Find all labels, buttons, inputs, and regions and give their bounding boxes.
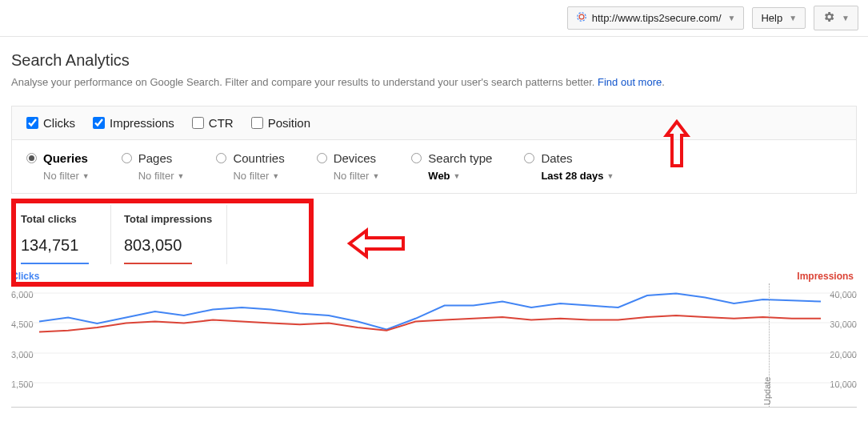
metric-ctr-checkbox[interactable]: [192, 117, 204, 129]
update-label: Update: [762, 377, 772, 405]
metric-impressions[interactable]: Impressions: [93, 116, 174, 130]
filter-countries[interactable]: No filter ▼: [233, 170, 284, 182]
gear-icon: [822, 10, 835, 26]
main-content: Search Analytics Analyse your performanc…: [0, 37, 868, 408]
chevron-down-icon: ▼: [272, 172, 279, 180]
metric-impressions-checkbox[interactable]: [93, 117, 105, 129]
radio-queries[interactable]: [26, 153, 37, 163]
chart-right-label: Impressions: [797, 271, 854, 282]
filter-queries[interactable]: No filter ▼: [43, 170, 90, 182]
chevron-down-icon: ▼: [728, 14, 736, 22]
total-impressions-card: Total impressions 803,050: [111, 205, 227, 264]
chevron-down-icon: ▼: [372, 172, 379, 180]
annotation-arrow-up-icon: [657, 118, 697, 176]
dimension-search-type: Search type Web ▼: [411, 151, 492, 182]
chevron-down-icon: ▼: [842, 14, 850, 22]
dimension-devices: Devices No filter ▼: [317, 151, 380, 182]
metric-clicks-checkbox[interactable]: [26, 117, 38, 129]
clicks-underline: [21, 263, 89, 264]
svg-point-1: [577, 13, 586, 22]
radio-dates[interactable]: [524, 153, 534, 163]
metric-clicks[interactable]: Clicks: [26, 116, 75, 130]
totals-section: Total clicks 134,751 Total impressions 8…: [11, 194, 857, 269]
site-dropdown[interactable]: http://www.tips2secure.com/ ▼: [567, 6, 745, 30]
chart-area: 6,000 4,500 3,000 1,500 40,000 30,000 20…: [11, 283, 857, 408]
filter-search-type[interactable]: Web ▼: [428, 170, 492, 182]
topbar: http://www.tips2secure.com/ ▼ Help ▼ ▼: [0, 0, 868, 37]
total-clicks-card: Total clicks 134,751: [11, 205, 111, 264]
filter-devices[interactable]: No filter ▼: [334, 170, 380, 182]
annotation-arrow-left-icon: [346, 226, 410, 263]
radio-pages[interactable]: [122, 153, 132, 163]
page-title: Search Analytics: [11, 51, 857, 70]
impressions-underline: [124, 263, 192, 264]
help-label: Help: [761, 12, 782, 24]
metric-position[interactable]: Position: [251, 116, 310, 130]
chart-header: Clicks Impressions: [11, 269, 857, 283]
dimension-pages: Pages No filter ▼: [122, 151, 185, 182]
metric-ctr[interactable]: CTR: [192, 116, 234, 130]
radio-devices[interactable]: [317, 153, 327, 163]
help-button[interactable]: Help ▼: [752, 7, 806, 29]
filter-pages[interactable]: No filter ▼: [138, 170, 185, 182]
chevron-down-icon: ▼: [606, 172, 614, 180]
site-url: http://www.tips2secure.com/: [592, 12, 722, 24]
total-impressions-label: Total impressions: [124, 213, 212, 225]
total-clicks-label: Total clicks: [21, 213, 96, 225]
chevron-down-icon: ▼: [454, 172, 461, 180]
total-impressions-value: 803,050: [124, 236, 212, 255]
chevron-down-icon: ▼: [789, 14, 797, 22]
chart-left-label: Clicks: [11, 271, 39, 282]
radio-search-type[interactable]: [411, 153, 422, 163]
dimension-queries: Queries No filter ▼: [26, 151, 90, 182]
dimensions-row: Queries No filter ▼ Pages No filter ▼ Co…: [12, 140, 856, 193]
chevron-down-icon: ▼: [178, 172, 185, 180]
chart-svg: [11, 283, 857, 408]
svg-point-0: [579, 14, 584, 19]
globe-icon: [576, 11, 587, 25]
dimension-countries: Countries No filter ▼: [216, 151, 284, 182]
dimension-dates: Dates Last 28 days ▼: [524, 151, 614, 182]
filters-panel: Clicks Impressions CTR Position Queries …: [11, 106, 857, 194]
metrics-row: Clicks Impressions CTR Position: [12, 106, 856, 140]
find-out-more-link[interactable]: Find out more: [598, 76, 662, 88]
metric-position-checkbox[interactable]: [251, 117, 263, 129]
page-subtitle: Analyse your performance on Google Searc…: [11, 76, 857, 88]
chevron-down-icon: ▼: [82, 172, 90, 180]
settings-button[interactable]: ▼: [814, 6, 858, 30]
radio-countries[interactable]: [216, 153, 226, 163]
filter-dates[interactable]: Last 28 days ▼: [541, 170, 614, 182]
total-clicks-value: 134,751: [21, 236, 96, 255]
